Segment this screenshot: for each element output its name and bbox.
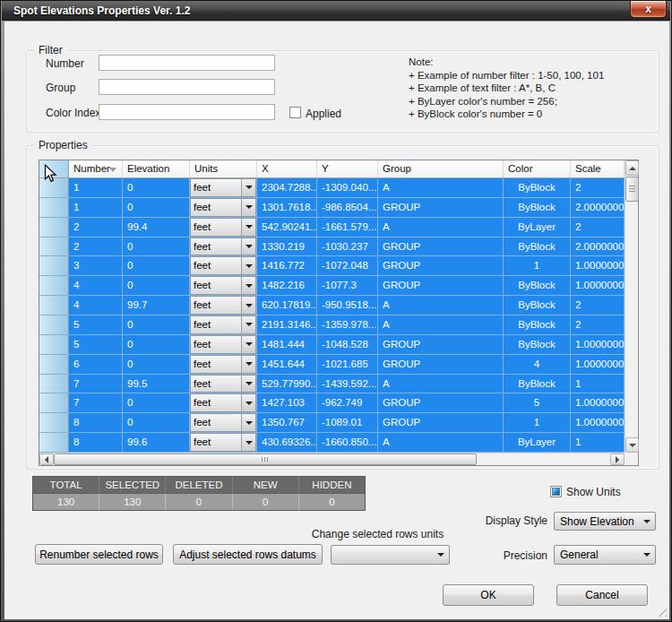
row-selector[interactable] (39, 238, 69, 257)
cell-number[interactable]: 4 (69, 276, 123, 296)
column-header-y[interactable]: Y (317, 160, 378, 177)
cell-number[interactable]: 7 (69, 375, 123, 394)
cell-number[interactable]: 3 (69, 256, 123, 276)
units-combobox[interactable]: feet (190, 315, 257, 335)
row-selector[interactable] (39, 296, 69, 315)
chevron-down-icon[interactable] (241, 179, 255, 196)
cell-group[interactable]: A (378, 296, 504, 315)
chevron-down-icon[interactable] (241, 199, 255, 216)
table-row[interactable]: 799.5feet529.77990...-1439.592...AByBloc… (39, 375, 625, 394)
cell-elevation[interactable]: 99.7 (123, 296, 190, 315)
cell-number[interactable]: 1 (69, 198, 123, 218)
table-row[interactable]: 899.6feet430.69326...-1660.850...AByLaye… (39, 433, 625, 453)
cell-scale[interactable]: 1 (571, 375, 625, 394)
units-combobox[interactable]: feet (190, 256, 257, 276)
cell-x[interactable]: 1330.219 (257, 238, 317, 257)
table-row[interactable]: 60feet1451.644-1021.685GROUP41.0000000..… (39, 355, 625, 375)
cell-number[interactable]: 2 (69, 218, 123, 238)
cell-color[interactable]: ByLayer (504, 433, 571, 453)
cell-y[interactable]: -1439.592... (317, 375, 378, 394)
scroll-up-button[interactable] (625, 160, 639, 176)
cell-scale[interactable]: 2.0000000... (571, 238, 625, 257)
table-row[interactable]: 40feet1482.216-1077.3GROUPByBlock1.00000… (39, 276, 625, 296)
row-selector[interactable] (39, 218, 69, 238)
cell-scale[interactable]: 2 (571, 178, 625, 198)
cell-number[interactable]: 8 (69, 433, 123, 453)
cell-scale[interactable]: 1.0000000... (571, 276, 625, 296)
cell-number[interactable]: 5 (69, 335, 123, 355)
cell-y[interactable]: -1077.3 (317, 276, 378, 296)
cell-x[interactable]: 430.69326... (257, 433, 317, 453)
cell-x[interactable]: 1482.216 (257, 276, 317, 296)
units-combobox[interactable]: feet (190, 393, 257, 413)
cell-number[interactable]: 2 (69, 238, 123, 257)
chevron-down-icon[interactable] (241, 257, 255, 274)
cell-color[interactable]: ByBlock (504, 375, 571, 394)
cell-scale[interactable]: 2 (571, 296, 625, 315)
table-row[interactable]: 10feet2304.7288...-1309.040...AByBlock2 (39, 178, 625, 198)
cell-color[interactable]: 4 (504, 355, 571, 375)
cell-elevation[interactable]: 99.4 (123, 218, 190, 238)
chevron-down-icon[interactable] (241, 277, 255, 294)
display-style-dropdown[interactable]: Show Elevation (554, 512, 656, 531)
horizontal-scroll-thumb[interactable] (54, 454, 477, 465)
cell-y[interactable]: -986.8504... (317, 198, 378, 218)
titlebar[interactable]: Spot Elevations Properties Ver. 1.2 x (2, 1, 670, 21)
cell-scale[interactable]: 2 (571, 315, 625, 335)
scroll-down-button[interactable] (625, 437, 639, 453)
cell-color[interactable]: ByBlock (504, 178, 571, 198)
cell-x[interactable]: 529.77990... (257, 375, 317, 394)
table-row[interactable]: 50feet2191.3146...-1359.978...AByBlock2 (39, 315, 625, 335)
scroll-right-button[interactable] (610, 454, 625, 465)
vertical-scroll-thumb[interactable] (625, 177, 639, 202)
cell-color[interactable]: ByBlock (504, 335, 571, 355)
units-combobox[interactable]: feet (190, 413, 257, 433)
cell-elevation[interactable]: 99.5 (123, 375, 190, 394)
cell-number[interactable]: 1 (69, 178, 123, 198)
column-header-color[interactable]: Color (504, 160, 571, 177)
units-combobox[interactable]: feet (190, 375, 257, 394)
table-row[interactable]: 10feet1301.7618...-986.8504...GROUPByBlo… (39, 198, 625, 218)
table-row[interactable]: 499.7feet620.17819...-950.9518...AByBloc… (39, 296, 625, 315)
horizontal-scrollbar[interactable] (39, 453, 625, 465)
chevron-down-icon[interactable] (241, 394, 255, 411)
cell-y[interactable]: -950.9518... (317, 296, 378, 315)
cell-elevation[interactable]: 99.6 (123, 433, 190, 453)
column-header-units[interactable]: Units (190, 160, 257, 177)
cell-group[interactable]: GROUP (378, 393, 504, 413)
cell-color[interactable]: ByBlock (504, 238, 571, 257)
row-selector[interactable] (39, 198, 69, 218)
cell-color[interactable]: ByBlock (504, 198, 571, 218)
table-row[interactable]: 30feet1416.772-1072.048GROUP11.0000000..… (39, 256, 625, 276)
cell-color[interactable]: ByBlock (504, 296, 571, 315)
group-filter-input[interactable] (99, 79, 275, 95)
resize-grip[interactable] (656, 606, 667, 617)
cell-y[interactable]: -1661.579... (317, 218, 378, 238)
cell-elevation[interactable]: 0 (123, 315, 190, 335)
row-selector[interactable] (39, 276, 69, 296)
cell-elevation[interactable]: 0 (123, 393, 190, 413)
cell-color[interactable]: ByBlock (504, 276, 571, 296)
table-row[interactable]: 70feet1427.103-962.749GROUP51.0000000... (39, 393, 625, 413)
cell-number[interactable]: 4 (69, 296, 123, 315)
row-selector[interactable] (39, 393, 69, 413)
table-row[interactable]: 80feet1350.767-1089.01GROUP11.0000000... (39, 413, 625, 433)
cell-group[interactable]: GROUP (378, 355, 504, 375)
cell-scale[interactable]: 2.0000000... (571, 198, 625, 218)
cell-y[interactable]: -1021.685 (317, 355, 378, 375)
cell-group[interactable]: GROUP (378, 335, 504, 355)
chevron-down-icon[interactable] (241, 219, 255, 236)
cell-color[interactable]: 1 (504, 256, 571, 276)
cell-y[interactable]: -1030.237 (317, 238, 378, 257)
cell-scale[interactable]: 1.0000000... (571, 335, 625, 355)
cell-scale[interactable]: 1.0000000... (571, 256, 625, 276)
column-header-scale[interactable]: Scale (571, 160, 625, 177)
cell-number[interactable]: 8 (69, 413, 123, 433)
units-combobox[interactable]: feet (190, 296, 257, 315)
cell-number[interactable]: 7 (69, 393, 123, 413)
close-button[interactable]: x (630, 1, 667, 18)
cell-x[interactable]: 620.17819... (257, 296, 317, 315)
cell-group[interactable]: A (378, 178, 504, 198)
cell-elevation[interactable]: 0 (123, 256, 190, 276)
units-combobox[interactable]: feet (190, 355, 257, 375)
